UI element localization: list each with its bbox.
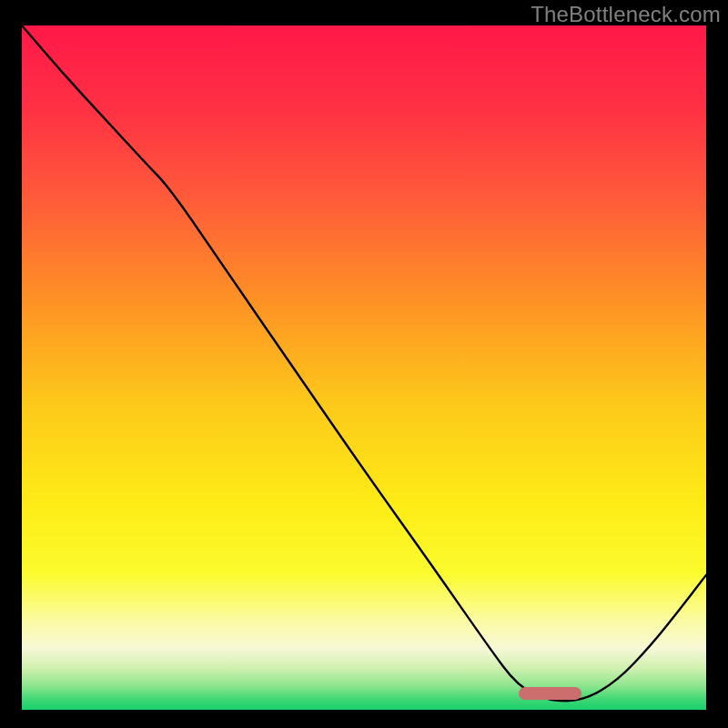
- bottleneck-curve: [22, 25, 706, 710]
- optimal-range-marker: [519, 687, 581, 700]
- watermark-text: TheBottleneck.com: [531, 2, 721, 27]
- curve-path: [22, 25, 706, 701]
- chart-container: TheBottleneck.com: [0, 0, 728, 728]
